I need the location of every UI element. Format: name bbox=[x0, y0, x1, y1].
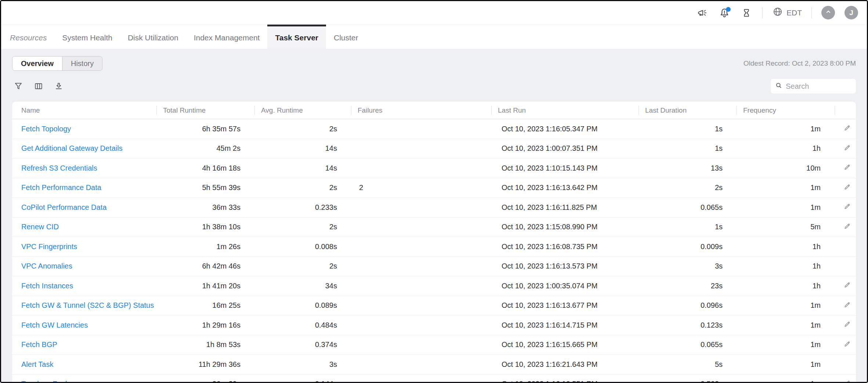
task-name-link[interactable]: Fetch BGP bbox=[21, 340, 57, 349]
edit-task-button[interactable] bbox=[842, 222, 852, 232]
task-name-link[interactable]: Renew CID bbox=[21, 223, 59, 231]
tab-index-management[interactable]: Index Management bbox=[186, 25, 268, 49]
task-server-page: Overview History Oldest Record: Oct 2, 2… bbox=[1, 49, 867, 382]
avg-runtime-cell: 0.484s bbox=[254, 321, 351, 329]
avg-runtime-cell: 0.233s bbox=[254, 203, 351, 212]
task-name-link[interactable]: Fetch Performance Data bbox=[21, 183, 101, 192]
task-name-link[interactable]: Fetch GW Latencies bbox=[21, 321, 88, 329]
task-name-link[interactable]: VPC Fingerprints bbox=[21, 242, 77, 251]
task-name-cell: VPC Fingerprints bbox=[12, 242, 156, 251]
avg-runtime-cell: 2s bbox=[254, 223, 351, 231]
task-name-link[interactable]: CoPilot Performance Data bbox=[21, 203, 106, 211]
actions-cell bbox=[835, 379, 856, 382]
tab-resources[interactable]: Resources bbox=[2, 25, 54, 49]
tab-task-server[interactable]: Task Server bbox=[267, 25, 326, 49]
download-icon[interactable] bbox=[54, 81, 64, 91]
notification-dot bbox=[726, 7, 731, 12]
column-header-avg-runtime[interactable]: Avg. Runtime bbox=[254, 102, 351, 119]
total-runtime-cell: 6h 42m 46s bbox=[156, 262, 254, 270]
task-name-link[interactable]: VPC Anomalies bbox=[21, 262, 72, 270]
last-run-cell: Oct 10, 2023 1:00:07.351 PM bbox=[491, 144, 639, 153]
total-runtime-cell: 4h 16m 18s bbox=[156, 164, 254, 172]
oldest-record-label: Oldest Record: Oct 2, 2023 8:00 PM bbox=[744, 59, 856, 68]
column-header-last-run[interactable]: Last Run bbox=[491, 102, 639, 119]
task-name-cell: Fetch Performance Data bbox=[12, 183, 156, 192]
avg-runtime-cell: 0.374s bbox=[254, 340, 351, 349]
overview-toggle-button[interactable]: Overview bbox=[12, 56, 62, 70]
task-name-link[interactable]: Topology Packer bbox=[21, 380, 76, 382]
column-header-last-duration[interactable]: Last Duration bbox=[639, 102, 737, 119]
edit-task-button[interactable] bbox=[842, 124, 852, 134]
megaphone-icon[interactable] bbox=[696, 7, 709, 19]
edit-task-button[interactable] bbox=[842, 340, 852, 350]
actions-cell bbox=[835, 203, 856, 212]
table-header: Name Total Runtime Avg. Runtime Failures… bbox=[12, 102, 856, 119]
bell-icon[interactable] bbox=[718, 7, 731, 19]
tab-cluster[interactable]: Cluster bbox=[326, 25, 366, 49]
last-run-cell: Oct 10, 2023 1:16:10.551 PM bbox=[491, 380, 639, 382]
column-header-total-runtime[interactable]: Total Runtime bbox=[156, 102, 254, 119]
total-runtime-cell: 45m 2s bbox=[156, 144, 254, 153]
edit-task-button[interactable] bbox=[842, 163, 852, 173]
avg-runtime-cell: 3s bbox=[254, 360, 351, 369]
user-avatar[interactable]: J bbox=[845, 6, 858, 19]
edit-task-button[interactable] bbox=[842, 144, 852, 153]
last-duration-cell: 1s bbox=[639, 223, 737, 231]
search-icon bbox=[775, 82, 782, 91]
history-toggle-button[interactable]: History bbox=[62, 56, 102, 70]
total-runtime-cell: 1h 41m 20s bbox=[156, 282, 254, 290]
main-tab-bar: Resources System Health Disk Utilization… bbox=[1, 25, 867, 49]
pencil-icon bbox=[843, 379, 851, 382]
table-row: Topology Packer 36m 39s 0.144s Oct 10, 2… bbox=[12, 375, 856, 382]
last-duration-cell: 5s bbox=[639, 360, 737, 369]
task-name-cell: Fetch Topology bbox=[12, 125, 156, 133]
task-name-link[interactable]: Fetch GW & Tunnel (S2C & BGP) Status bbox=[21, 301, 154, 309]
task-name-link[interactable]: Get Additional Gateway Details bbox=[21, 144, 123, 152]
edit-task-button[interactable] bbox=[842, 203, 852, 212]
task-name-link[interactable]: Fetch Instances bbox=[21, 282, 73, 290]
frequency-cell: 1h bbox=[737, 144, 835, 153]
avg-runtime-cell: 2s bbox=[254, 125, 351, 133]
table-row: Refresh S3 Credentials 4h 16m 18s 14s Oc… bbox=[12, 158, 856, 178]
columns-icon[interactable] bbox=[33, 81, 44, 91]
edit-task-button[interactable] bbox=[842, 320, 852, 330]
column-header-failures[interactable]: Failures bbox=[351, 102, 491, 119]
table-toolbar bbox=[12, 79, 856, 94]
table-row: Get Additional Gateway Details 45m 2s 14… bbox=[12, 139, 856, 159]
avatar-initial: J bbox=[849, 9, 853, 17]
app-window: EDT J Resources System Health Disk Utili… bbox=[0, 0, 868, 383]
edit-task-button[interactable] bbox=[842, 379, 852, 382]
column-header-name[interactable]: Name bbox=[12, 102, 156, 119]
last-duration-cell: 0.096s bbox=[639, 301, 737, 310]
actions-cell bbox=[835, 124, 856, 134]
actions-cell bbox=[835, 183, 856, 193]
timezone-control[interactable]: EDT bbox=[772, 6, 802, 19]
frequency-cell: 5m bbox=[737, 223, 835, 231]
task-name-cell: Renew CID bbox=[12, 223, 156, 231]
task-name-link[interactable]: Refresh S3 Credentials bbox=[21, 164, 97, 172]
tab-system-health[interactable]: System Health bbox=[54, 25, 120, 49]
frequency-cell: 1h bbox=[737, 242, 835, 251]
task-name-link[interactable]: Alert Task bbox=[21, 360, 53, 368]
search-input[interactable] bbox=[786, 82, 851, 91]
task-name-link[interactable]: Fetch Topology bbox=[21, 125, 71, 133]
table-row: VPC Anomalies 6h 42m 46s 2s Oct 10, 2023… bbox=[12, 257, 856, 277]
frequency-cell: 1m bbox=[737, 125, 835, 133]
edit-task-button[interactable] bbox=[842, 183, 852, 193]
tab-disk-utilization[interactable]: Disk Utilization bbox=[120, 25, 186, 49]
edit-task-button[interactable] bbox=[842, 301, 852, 310]
edit-task-button[interactable] bbox=[842, 281, 852, 291]
last-duration-cell: 23s bbox=[639, 282, 737, 290]
last-run-cell: Oct 10, 2023 1:00:35.074 PM bbox=[491, 282, 639, 290]
pencil-icon bbox=[843, 144, 851, 153]
last-run-cell: Oct 10, 2023 1:16:11.825 PM bbox=[491, 203, 639, 212]
task-name-cell: Fetch BGP bbox=[12, 340, 156, 349]
last-duration-cell: 0.009s bbox=[639, 242, 737, 251]
avg-runtime-cell: 0.008s bbox=[254, 242, 351, 251]
column-header-frequency[interactable]: Frequency bbox=[737, 102, 835, 119]
pencil-icon bbox=[843, 124, 851, 134]
hourglass-icon[interactable] bbox=[740, 7, 753, 19]
filter-icon[interactable] bbox=[13, 81, 23, 91]
last-duration-cell: 0.065s bbox=[639, 203, 737, 212]
collapse-avatar-button[interactable] bbox=[821, 6, 835, 19]
